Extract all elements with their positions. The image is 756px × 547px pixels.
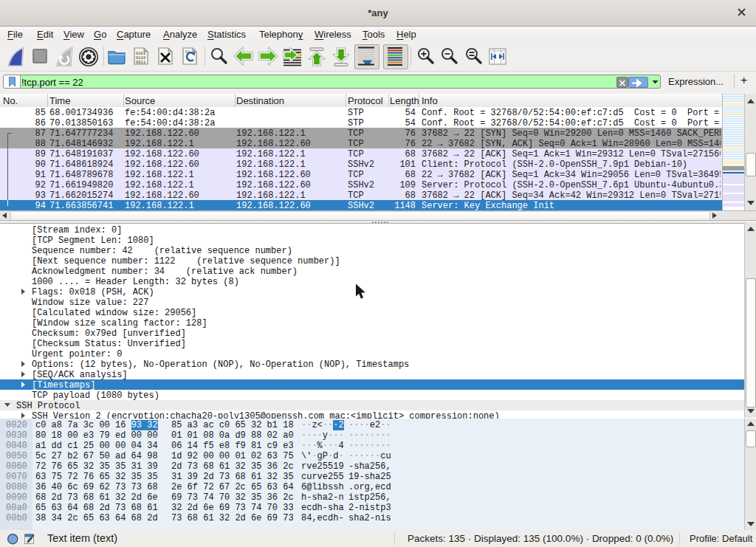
svg-text:0011: 0011 — [136, 60, 146, 65]
svg-text:01: 01 — [185, 50, 190, 55]
